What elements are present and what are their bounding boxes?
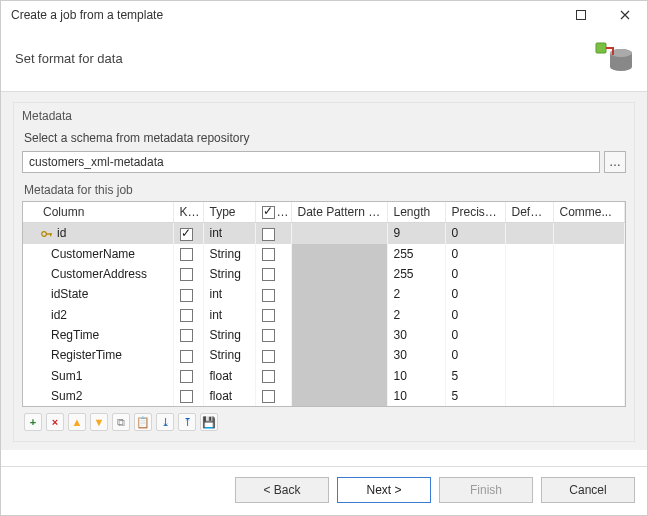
cell-column[interactable]: id2 [23, 305, 173, 325]
table-row[interactable]: CustomerAddressString2550 [23, 264, 625, 284]
cell-column[interactable]: CustomerName [23, 244, 173, 264]
checkbox-icon[interactable] [262, 350, 275, 363]
cell-key[interactable] [173, 223, 203, 244]
cell-default[interactable] [505, 284, 553, 304]
cell-nullable[interactable] [255, 366, 291, 386]
cell-date-pattern[interactable] [291, 325, 387, 345]
cell-comment[interactable] [553, 325, 625, 345]
cell-comment[interactable] [553, 284, 625, 304]
cell-key[interactable] [173, 305, 203, 325]
cell-comment[interactable] [553, 366, 625, 386]
cell-nullable[interactable] [255, 325, 291, 345]
import-button[interactable]: ⤓ [156, 413, 174, 431]
cell-comment[interactable] [553, 244, 625, 264]
cell-comment[interactable] [553, 223, 625, 244]
table-row[interactable]: RegTimeString300 [23, 325, 625, 345]
cell-type[interactable]: float [203, 386, 255, 406]
cell-type[interactable]: int [203, 284, 255, 304]
hdr-key[interactable]: Key [173, 202, 203, 223]
cell-length[interactable]: 10 [387, 386, 445, 406]
cell-comment[interactable] [553, 264, 625, 284]
cell-default[interactable] [505, 386, 553, 406]
table-row[interactable]: CustomerNameString2550 [23, 244, 625, 264]
cell-key[interactable] [173, 264, 203, 284]
checkbox-icon[interactable] [180, 329, 193, 342]
browse-button[interactable]: … [604, 151, 626, 173]
cell-date-pattern[interactable] [291, 284, 387, 304]
hdr-precision[interactable]: Precision [445, 202, 505, 223]
cell-date-pattern[interactable] [291, 345, 387, 365]
cell-precision[interactable]: 0 [445, 284, 505, 304]
cell-nullable[interactable] [255, 386, 291, 406]
cell-precision[interactable]: 0 [445, 305, 505, 325]
hdr-type[interactable]: Type [203, 202, 255, 223]
move-up-button[interactable]: ▲ [68, 413, 86, 431]
table-row[interactable]: Sum2float105 [23, 386, 625, 406]
cell-precision[interactable]: 5 [445, 386, 505, 406]
cell-date-pattern[interactable] [291, 386, 387, 406]
table-row[interactable]: RegisterTimeString300 [23, 345, 625, 365]
checkbox-icon[interactable] [180, 370, 193, 383]
cell-key[interactable] [173, 386, 203, 406]
add-row-button[interactable]: + [24, 413, 42, 431]
checkbox-icon[interactable] [180, 268, 193, 281]
cell-precision[interactable]: 5 [445, 366, 505, 386]
hdr-column[interactable]: Column [23, 202, 173, 223]
cell-default[interactable] [505, 305, 553, 325]
cell-length[interactable]: 255 [387, 264, 445, 284]
cell-comment[interactable] [553, 305, 625, 325]
cell-default[interactable] [505, 223, 553, 244]
cell-nullable[interactable] [255, 284, 291, 304]
checkbox-icon[interactable] [262, 390, 275, 403]
cell-precision[interactable]: 0 [445, 244, 505, 264]
checkbox-icon[interactable] [262, 268, 275, 281]
cell-default[interactable] [505, 366, 553, 386]
cell-comment[interactable] [553, 345, 625, 365]
cell-date-pattern[interactable] [291, 223, 387, 244]
cell-type[interactable]: float [203, 366, 255, 386]
hdr-nullable[interactable]: N... [255, 202, 291, 223]
paste-button[interactable]: 📋 [134, 413, 152, 431]
schema-input[interactable] [22, 151, 600, 173]
move-down-button[interactable]: ▼ [90, 413, 108, 431]
cell-type[interactable]: int [203, 305, 255, 325]
table-row[interactable]: idStateint20 [23, 284, 625, 304]
cell-length[interactable]: 30 [387, 325, 445, 345]
cell-key[interactable] [173, 244, 203, 264]
hdr-date-pattern[interactable]: Date Pattern (... [291, 202, 387, 223]
cancel-button[interactable]: Cancel [541, 477, 635, 503]
cell-column[interactable]: RegTime [23, 325, 173, 345]
checkbox-icon[interactable] [180, 289, 193, 302]
cell-precision[interactable]: 0 [445, 325, 505, 345]
cell-column[interactable]: RegisterTime [23, 345, 173, 365]
cell-type[interactable]: String [203, 325, 255, 345]
cell-nullable[interactable] [255, 223, 291, 244]
delete-row-button[interactable]: × [46, 413, 64, 431]
cell-precision[interactable]: 0 [445, 223, 505, 244]
cell-default[interactable] [505, 325, 553, 345]
checkbox-icon[interactable] [262, 206, 275, 219]
checkbox-icon[interactable] [262, 370, 275, 383]
cell-column[interactable]: Sum1 [23, 366, 173, 386]
copy-button[interactable]: ⧉ [112, 413, 130, 431]
cell-type[interactable]: int [203, 223, 255, 244]
next-button[interactable]: Next > [337, 477, 431, 503]
checkbox-icon[interactable] [180, 350, 193, 363]
table-row[interactable]: idint90 [23, 223, 625, 244]
cell-length[interactable]: 9 [387, 223, 445, 244]
checkbox-icon[interactable] [180, 309, 193, 322]
cell-length[interactable]: 2 [387, 284, 445, 304]
table-row[interactable]: id2int20 [23, 305, 625, 325]
checkbox-icon[interactable] [262, 309, 275, 322]
checkbox-icon[interactable] [262, 329, 275, 342]
cell-key[interactable] [173, 325, 203, 345]
cell-column[interactable]: CustomerAddress [23, 264, 173, 284]
cell-key[interactable] [173, 345, 203, 365]
close-button[interactable] [603, 1, 647, 29]
checkbox-icon[interactable] [262, 228, 275, 241]
cell-date-pattern[interactable] [291, 264, 387, 284]
cell-column[interactable]: Sum2 [23, 386, 173, 406]
hdr-length[interactable]: Length [387, 202, 445, 223]
export-button[interactable]: ⤒ [178, 413, 196, 431]
back-button[interactable]: < Back [235, 477, 329, 503]
